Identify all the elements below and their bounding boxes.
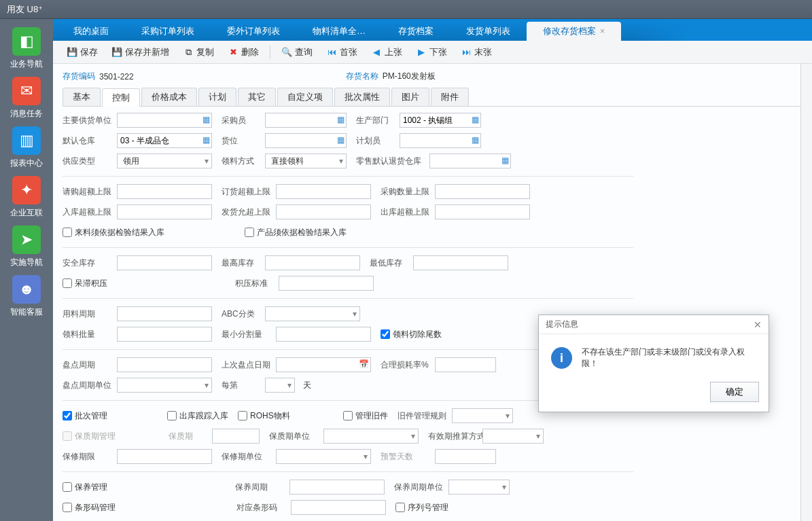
chk-serial[interactable]: 序列号管理 [395,502,448,514]
ok-button[interactable]: 确定 [710,382,759,402]
tab-inventory[interactable]: 存货档案 [382,22,450,41]
delete-icon: ✖ [228,47,239,58]
sidebar-item-reports[interactable]: ▥报表中心 [7,126,46,169]
close-icon[interactable]: ✕ [754,319,762,330]
supplier-input[interactable] [117,113,212,128]
repair-unit-combo[interactable] [276,449,371,464]
in-over-input[interactable] [117,204,212,219]
chk-prod-by-insp[interactable]: 产品须依据检验结果入库 [245,227,347,238]
copy-icon: ⧉ [183,47,194,58]
order-over-input[interactable] [276,184,371,199]
app-title: 用友 U8⁺ [7,3,43,16]
save-new-icon: 💾 [111,47,122,58]
tab-purchase-orders[interactable]: 采购订单列表 [125,22,211,41]
delete-button[interactable]: ✖删除 [222,43,264,61]
repair-input[interactable] [117,449,212,464]
chk-batch[interactable]: 批次管理 [63,410,107,422]
stag-std-input[interactable] [279,276,374,291]
maint-cycle-input[interactable] [289,480,385,495]
subtab-attach[interactable]: 附件 [431,88,469,106]
lossrate-input[interactable] [435,357,496,372]
subtab-image[interactable]: 图片 [391,88,429,106]
defwh-input[interactable] [117,133,212,148]
sidebar-item-impl[interactable]: ➤实施导航 [7,226,46,268]
purchaser-input[interactable] [265,113,347,128]
shelf-unit-combo[interactable] [323,429,419,444]
planner-input[interactable] [400,133,481,148]
first-button[interactable]: ⏮首张 [321,43,363,61]
safe-input[interactable] [117,255,212,270]
ship-over-input[interactable] [276,204,371,219]
req-over-input[interactable] [117,184,212,199]
subtab-plan[interactable]: 计划 [198,88,236,106]
enterprise-icon: ✦ [12,176,41,204]
abc-combo[interactable] [265,306,360,321]
subtab-custom[interactable]: 自定义项 [277,88,333,106]
subtab-other[interactable]: 其它 [238,88,276,106]
next-icon: ▶ [416,47,427,58]
chk-rohs[interactable]: ROHS物料 [238,410,290,422]
vertical-scrollbar[interactable] [800,64,812,521]
window-titlebar: 用友 U8⁺ [0,0,812,19]
prev-button[interactable]: ◀上张 [366,43,408,61]
subtab-basic[interactable]: 基本 [63,88,101,106]
every-combo[interactable] [265,378,295,393]
chk-shelf-mgmt: 保质期管理 [63,431,116,442]
copy-button[interactable]: ⧉复制 [177,43,219,61]
dialog-title: 提示信息 [546,319,578,330]
tab-bom[interactable]: 物料清单全… [296,22,382,41]
loc-input[interactable] [265,133,347,148]
chk-barcode[interactable]: 条形码管理 [63,502,116,514]
out-over-input[interactable] [435,204,530,219]
chk-out-track[interactable]: 出库跟踪入库 [167,410,228,422]
tab-delivery[interactable]: 发货单列表 [450,22,527,41]
subtab-control[interactable]: 控制 [102,88,140,107]
maint-unit-combo[interactable] [448,480,510,495]
biznav-icon: ◧ [12,27,41,56]
tab-desktop[interactable]: 我的桌面 [57,22,125,41]
subtab-price[interactable]: 价格成本 [141,88,197,106]
subtab-batchattr[interactable]: 批次属性 [334,88,390,106]
lastinv-input[interactable] [276,357,371,372]
chk-stagnant[interactable]: 呆滞积压 [63,278,107,289]
warndays-input [435,449,496,464]
retwh-input[interactable] [429,154,511,168]
chk-in-by-insp[interactable]: 来料须依据检验结果入库 [63,227,164,238]
sidebar-item-biznav[interactable]: ◧业务导航 [7,27,46,70]
invunit-combo[interactable] [117,378,212,393]
invcycle-input[interactable] [117,357,212,372]
buyqty-input[interactable] [435,184,530,199]
picktype-combo[interactable]: 直接领料 [265,154,347,168]
shelf-input [212,429,260,444]
sidebar-item-support[interactable]: ☻智能客服 [7,275,46,318]
min-input[interactable] [413,255,508,270]
dept-input[interactable] [400,113,481,128]
sidebar-item-enterprise[interactable]: ✦企业互联 [7,176,46,219]
messages-icon: ✉ [12,77,41,105]
last-button[interactable]: ⏭末张 [455,43,497,61]
usecycle-input[interactable] [117,306,212,321]
query-icon: 🔍 [281,47,292,58]
close-icon[interactable]: × [600,26,605,36]
suptype-combo[interactable]: 领用 [117,154,212,168]
max-input[interactable] [265,255,360,270]
minsplit-input[interactable] [276,327,371,342]
chk-old[interactable]: 管理旧件 [343,410,388,422]
code-label: 存货编码 [63,71,95,82]
dialog-message: 不存在该生产部门或非末级部门或没有录入权限！ [582,346,756,370]
sidebar: ◧业务导航 ✉消息任务 ▥报表中心 ✦企业互联 ➤实施导航 ☻智能客服 [0,19,53,521]
chk-cuttail[interactable]: 领料切除尾数 [381,329,442,340]
save-button[interactable]: 💾保存 [61,43,103,61]
support-icon: ☻ [12,275,41,304]
validcalc-combo[interactable] [482,429,544,444]
next-button[interactable]: ▶下张 [410,43,453,61]
query-button[interactable]: 🔍查询 [276,43,318,61]
save-new-button[interactable]: 💾保存并新增 [106,43,175,61]
chk-maint[interactable]: 保养管理 [63,482,107,493]
tab-edit-inventory[interactable]: 修改存货档案× [527,22,621,41]
sidebar-item-messages[interactable]: ✉消息任务 [7,77,46,120]
oldrule-combo[interactable] [452,408,513,423]
tab-outsource-orders[interactable]: 委外订单列表 [211,22,296,41]
barcode-input[interactable] [291,500,386,515]
pickbatch-input[interactable] [117,327,212,342]
